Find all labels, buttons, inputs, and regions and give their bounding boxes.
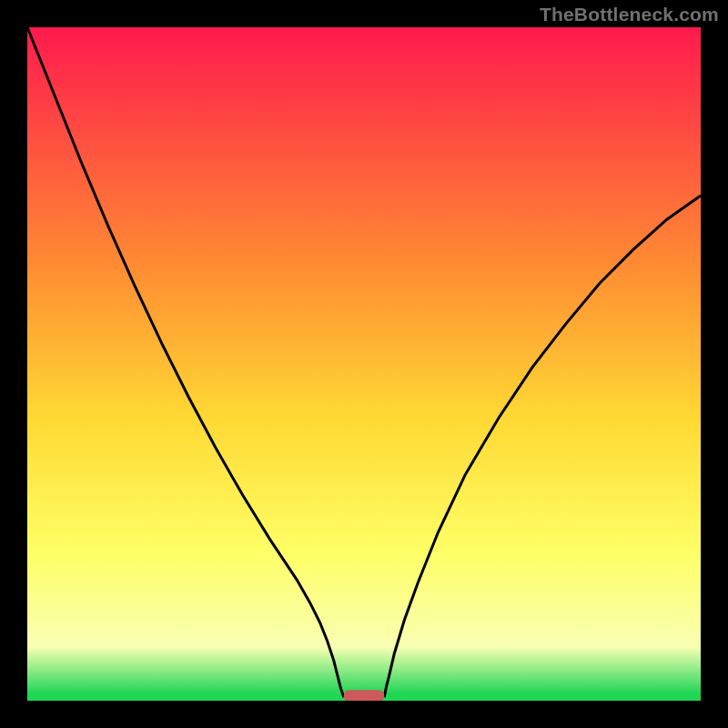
gradient-background	[27, 27, 701, 701]
plot-area	[27, 27, 701, 701]
chart-svg	[27, 27, 701, 701]
attribution-text: TheBottleneck.com	[540, 4, 719, 25]
optimal-zone-marker	[344, 690, 384, 701]
outer-frame: TheBottleneck.com	[0, 0, 728, 728]
